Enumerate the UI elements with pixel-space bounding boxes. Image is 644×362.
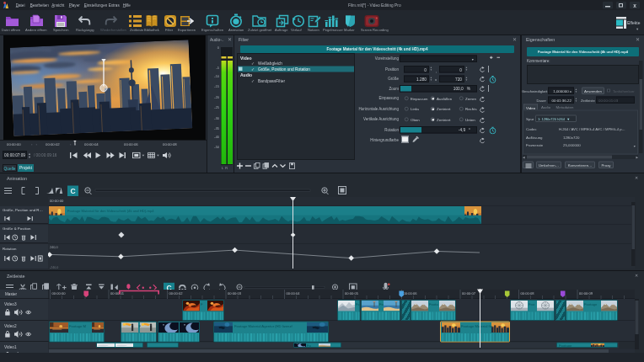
svg-text:C: C xyxy=(70,187,75,195)
